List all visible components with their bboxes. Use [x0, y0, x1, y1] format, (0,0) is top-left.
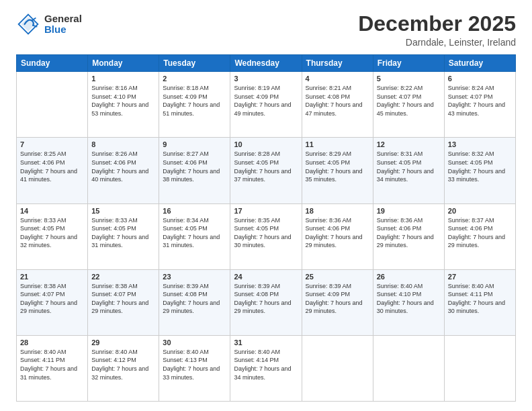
cell-info: Sunrise: 8:21 AMSunset: 4:08 PMDaylight:…: [306, 84, 369, 118]
cell-day-number: 27: [448, 273, 512, 281]
cell-info: Sunrise: 8:36 AMSunset: 4:06 PMDaylight:…: [306, 216, 369, 250]
cell-day-number: 29: [91, 338, 155, 347]
calendar-cell: 14Sunrise: 8:33 AMSunset: 4:05 PMDayligh…: [17, 203, 88, 269]
cell-day-number: 6: [448, 75, 512, 83]
calendar-table: Sunday Monday Tuesday Wednesday Thursday…: [16, 54, 516, 402]
month-title: December 2025: [358, 12, 516, 36]
cell-day-number: 17: [234, 207, 298, 215]
calendar-cell: 4Sunrise: 8:21 AMSunset: 4:08 PMDaylight…: [302, 72, 373, 138]
calendar-cell: [444, 335, 515, 401]
cell-day-number: 21: [20, 273, 84, 281]
cell-day-number: 22: [91, 273, 155, 281]
calendar-cell: 27Sunrise: 8:40 AMSunset: 4:11 PMDayligh…: [444, 269, 515, 335]
cell-day-number: 4: [306, 75, 369, 83]
cell-day-number: 20: [448, 207, 512, 215]
calendar-cell: 2Sunrise: 8:18 AMSunset: 4:09 PMDaylight…: [159, 72, 230, 138]
cell-day-number: 11: [306, 140, 369, 148]
calendar-cell: 1Sunrise: 8:16 AMSunset: 4:10 PMDaylight…: [88, 72, 159, 138]
col-thursday: Thursday: [302, 55, 373, 72]
cell-info: Sunrise: 8:33 AMSunset: 4:05 PMDaylight:…: [91, 216, 155, 250]
cell-info: Sunrise: 8:28 AMSunset: 4:05 PMDaylight:…: [234, 150, 298, 183]
cell-info: Sunrise: 8:29 AMSunset: 4:05 PMDaylight:…: [306, 150, 369, 183]
cell-info: Sunrise: 8:38 AMSunset: 4:07 PMDaylight:…: [91, 282, 155, 316]
cell-day-number: 24: [234, 273, 298, 281]
logo-icon: [16, 12, 40, 36]
calendar-cell: 5Sunrise: 8:22 AMSunset: 4:07 PMDaylight…: [373, 72, 444, 138]
calendar-cell: 7Sunrise: 8:25 AMSunset: 4:06 PMDaylight…: [17, 138, 88, 203]
calendar-cell: 18Sunrise: 8:36 AMSunset: 4:06 PMDayligh…: [302, 203, 373, 269]
cell-info: Sunrise: 8:40 AMSunset: 4:10 PMDaylight:…: [377, 282, 441, 316]
cell-day-number: 12: [377, 140, 441, 148]
cell-day-number: 19: [377, 207, 441, 215]
calendar-body: 1Sunrise: 8:16 AMSunset: 4:10 PMDaylight…: [17, 72, 516, 402]
cell-info: Sunrise: 8:40 AMSunset: 4:11 PMDaylight:…: [20, 348, 84, 381]
col-saturday: Saturday: [444, 55, 515, 72]
cell-day-number: 3: [234, 75, 298, 83]
logo: General Blue: [16, 12, 82, 36]
cell-info: Sunrise: 8:34 AMSunset: 4:05 PMDaylight:…: [163, 216, 226, 250]
calendar-cell: 23Sunrise: 8:39 AMSunset: 4:08 PMDayligh…: [159, 269, 230, 335]
cell-info: Sunrise: 8:22 AMSunset: 4:07 PMDaylight:…: [377, 84, 441, 118]
cell-info: Sunrise: 8:37 AMSunset: 4:06 PMDaylight:…: [448, 216, 512, 250]
calendar-cell: 20Sunrise: 8:37 AMSunset: 4:06 PMDayligh…: [444, 203, 515, 269]
cell-day-number: 10: [234, 140, 298, 148]
col-friday: Friday: [373, 55, 444, 72]
cell-info: Sunrise: 8:26 AMSunset: 4:06 PMDaylight:…: [91, 150, 155, 183]
calendar-cell: 10Sunrise: 8:28 AMSunset: 4:05 PMDayligh…: [230, 138, 302, 203]
cell-info: Sunrise: 8:35 AMSunset: 4:05 PMDaylight:…: [234, 216, 298, 250]
location: Darndale, Leinster, Ireland: [358, 37, 516, 48]
logo-text: General Blue: [44, 13, 82, 36]
week-row-2: 14Sunrise: 8:33 AMSunset: 4:05 PMDayligh…: [17, 203, 516, 269]
cell-day-number: 26: [377, 273, 441, 281]
cell-info: Sunrise: 8:39 AMSunset: 4:09 PMDaylight:…: [306, 282, 369, 316]
calendar-cell: 16Sunrise: 8:34 AMSunset: 4:05 PMDayligh…: [159, 203, 230, 269]
cell-day-number: 5: [377, 75, 441, 83]
col-monday: Monday: [88, 55, 159, 72]
calendar-cell: 19Sunrise: 8:36 AMSunset: 4:06 PMDayligh…: [373, 203, 444, 269]
calendar-cell: 12Sunrise: 8:31 AMSunset: 4:05 PMDayligh…: [373, 138, 444, 203]
calendar-cell: 29Sunrise: 8:40 AMSunset: 4:12 PMDayligh…: [88, 335, 159, 401]
header-row: Sunday Monday Tuesday Wednesday Thursday…: [17, 55, 516, 72]
calendar-cell: 25Sunrise: 8:39 AMSunset: 4:09 PMDayligh…: [302, 269, 373, 335]
cell-day-number: 30: [163, 338, 226, 347]
col-wednesday: Wednesday: [230, 55, 302, 72]
logo-general-text: General: [44, 13, 82, 25]
week-row-1: 7Sunrise: 8:25 AMSunset: 4:06 PMDaylight…: [17, 138, 516, 203]
cell-day-number: 14: [20, 207, 84, 215]
cell-info: Sunrise: 8:36 AMSunset: 4:06 PMDaylight:…: [377, 216, 441, 250]
cell-info: Sunrise: 8:27 AMSunset: 4:06 PMDaylight:…: [163, 150, 226, 183]
cell-info: Sunrise: 8:38 AMSunset: 4:07 PMDaylight:…: [20, 282, 84, 316]
week-row-0: 1Sunrise: 8:16 AMSunset: 4:10 PMDaylight…: [17, 72, 516, 138]
calendar-cell: 28Sunrise: 8:40 AMSunset: 4:11 PMDayligh…: [17, 335, 88, 401]
cell-day-number: 15: [91, 207, 155, 215]
calendar-cell: 9Sunrise: 8:27 AMSunset: 4:06 PMDaylight…: [159, 138, 230, 203]
title-section: December 2025 Darndale, Leinster, Irelan…: [358, 12, 516, 48]
cell-day-number: 16: [163, 207, 226, 215]
calendar-cell: 6Sunrise: 8:24 AMSunset: 4:07 PMDaylight…: [444, 72, 515, 138]
calendar-cell: 17Sunrise: 8:35 AMSunset: 4:05 PMDayligh…: [230, 203, 302, 269]
cell-day-number: 25: [306, 273, 369, 281]
cell-day-number: 2: [163, 75, 226, 83]
calendar-cell: [373, 335, 444, 401]
cell-info: Sunrise: 8:32 AMSunset: 4:05 PMDaylight:…: [448, 150, 512, 183]
cell-info: Sunrise: 8:40 AMSunset: 4:12 PMDaylight:…: [91, 348, 155, 381]
calendar-cell: 13Sunrise: 8:32 AMSunset: 4:05 PMDayligh…: [444, 138, 515, 203]
cell-day-number: 31: [234, 338, 298, 347]
header: General Blue December 2025 Darndale, Lei…: [16, 12, 516, 48]
week-row-4: 28Sunrise: 8:40 AMSunset: 4:11 PMDayligh…: [17, 335, 516, 401]
cell-info: Sunrise: 8:40 AMSunset: 4:14 PMDaylight:…: [234, 348, 298, 381]
cell-day-number: 23: [163, 273, 226, 281]
cell-info: Sunrise: 8:18 AMSunset: 4:09 PMDaylight:…: [163, 84, 226, 118]
calendar-cell: 30Sunrise: 8:40 AMSunset: 4:13 PMDayligh…: [159, 335, 230, 401]
cell-info: Sunrise: 8:25 AMSunset: 4:06 PMDaylight:…: [20, 150, 84, 183]
cell-day-number: 7: [20, 140, 84, 148]
cell-info: Sunrise: 8:19 AMSunset: 4:09 PMDaylight:…: [234, 84, 298, 118]
calendar-cell: 8Sunrise: 8:26 AMSunset: 4:06 PMDaylight…: [88, 138, 159, 203]
calendar-cell: 15Sunrise: 8:33 AMSunset: 4:05 PMDayligh…: [88, 203, 159, 269]
calendar-cell: 26Sunrise: 8:40 AMSunset: 4:10 PMDayligh…: [373, 269, 444, 335]
cell-day-number: 8: [91, 140, 155, 148]
cell-info: Sunrise: 8:16 AMSunset: 4:10 PMDaylight:…: [91, 84, 155, 118]
calendar-cell: 31Sunrise: 8:40 AMSunset: 4:14 PMDayligh…: [230, 335, 302, 401]
cell-info: Sunrise: 8:24 AMSunset: 4:07 PMDaylight:…: [448, 84, 512, 118]
cell-day-number: 9: [163, 140, 226, 148]
